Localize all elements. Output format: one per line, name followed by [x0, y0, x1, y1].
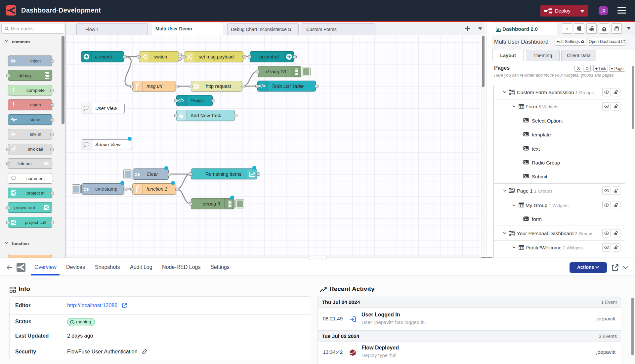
svg-text:i: i: [567, 26, 568, 31]
